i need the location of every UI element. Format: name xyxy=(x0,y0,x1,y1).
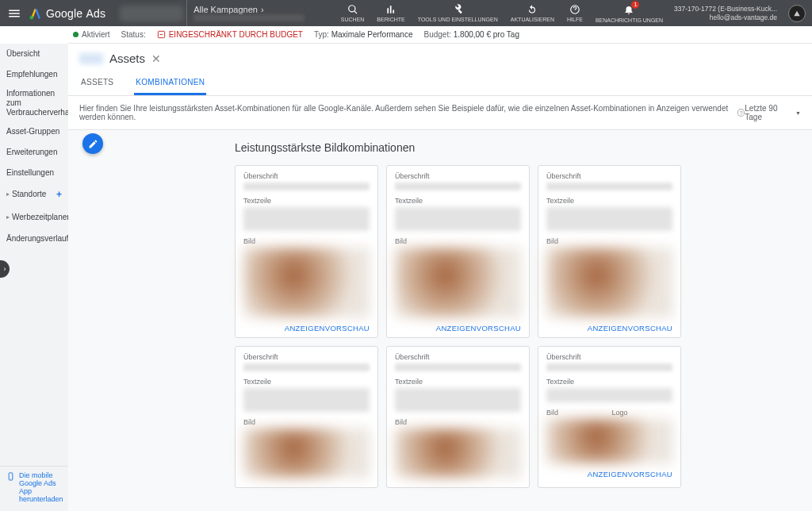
preview-button[interactable]: ANZEIGENVORSCHAU xyxy=(546,468,672,478)
status-active: Aktiviert xyxy=(73,30,110,39)
info-bar: Hier finden Sie Ihre leistungsstärksten … xyxy=(68,96,812,130)
pencil-icon xyxy=(88,139,98,149)
budget-group: Budget: 1.800,00 € pro Tag xyxy=(423,30,519,39)
nav-overview[interactable]: Übersicht xyxy=(0,44,68,64)
search-label: SUCHEN xyxy=(341,17,365,22)
preview-button[interactable]: ANZEIGENVORSCHAU xyxy=(546,322,672,332)
tools-settings-tool[interactable]: TOOLS UND EINSTELLUNGEN xyxy=(412,0,504,26)
chevron-down-icon: ▼ xyxy=(795,110,801,116)
blurred-text xyxy=(243,363,370,371)
fab-edit-button[interactable] xyxy=(82,133,103,154)
textline-label: Textzeile xyxy=(546,197,672,205)
blurred-text xyxy=(395,207,521,231)
section-title: Leistungsstärkste Bildkombinationen xyxy=(235,141,801,154)
warning-icon xyxy=(157,30,166,39)
svg-point-0 xyxy=(30,16,34,20)
nav-recommendations[interactable]: Empfehlungen xyxy=(0,64,68,85)
combo-card: Überschrift Textzeile Bild ANZEIGENVORSC… xyxy=(386,165,530,338)
phone-icon xyxy=(6,472,15,481)
nav-change-history[interactable]: Änderungsverlauf xyxy=(0,229,68,249)
account-email: hello@ads-vantage.de xyxy=(674,13,777,21)
mobile-app-promo[interactable]: Die mobile Google Ads App herunterladen xyxy=(0,466,68,511)
blurred-text xyxy=(243,388,370,412)
cards-grid: Überschrift Textzeile Bild ANZEIGENVORSC… xyxy=(235,165,801,488)
combo-card: Überschrift Textzeile Bild xyxy=(235,346,378,488)
image-label: Bild xyxy=(546,409,607,417)
blurred-image xyxy=(243,248,370,317)
plus-icon[interactable]: + xyxy=(56,189,62,200)
breadcrumb-label: Alle Kampagnen xyxy=(193,5,258,14)
blurred-text xyxy=(243,182,370,190)
type-group: Typ: Maximale Performance xyxy=(314,30,413,39)
refresh-tool[interactable]: AKTUALISIEREN xyxy=(504,0,561,26)
headline-label: Überschrift xyxy=(243,353,370,361)
brand-bold: Ads xyxy=(86,7,105,20)
blurred-text xyxy=(395,182,521,190)
nav-asset-groups[interactable]: Asset-Gruppen xyxy=(0,121,68,142)
nav-settings[interactable]: Einstellungen xyxy=(0,163,68,183)
logo-label: Logo xyxy=(612,409,673,417)
breadcrumb[interactable]: Alle Kampagnen › xyxy=(186,0,304,26)
image-label: Bild xyxy=(395,418,521,426)
page-header: Assets ✕ ASSETS KOMBINATIONEN xyxy=(68,44,812,96)
blurred-text xyxy=(395,363,521,371)
notifications-tool[interactable]: 1 BENACHRICHTIG UNGEN xyxy=(589,0,669,26)
budget-warning[interactable]: EINGESCHRÄNKT DURCH BUDGET xyxy=(157,30,303,39)
page-title: Assets xyxy=(109,52,145,65)
nav-consumer-insights[interactable]: Informationen zum Verbraucherverhalten xyxy=(0,85,68,121)
headline-label: Überschrift xyxy=(546,172,672,180)
blurred-text xyxy=(546,388,672,402)
blurred-text xyxy=(395,388,521,412)
chevron-right-icon: › xyxy=(261,5,264,14)
textline-label: Textzeile xyxy=(395,378,521,386)
reports-label: BERICHTE xyxy=(377,17,404,22)
reports-tool[interactable]: BERICHTE xyxy=(370,0,411,26)
blurred-text xyxy=(243,207,370,231)
nav-ad-schedule[interactable]: ▸Werbezeitplaner+ xyxy=(0,206,68,228)
account-id: 337-170-1772 (E-Business-Kuck... xyxy=(674,5,777,13)
tab-assets[interactable]: ASSETS xyxy=(79,71,115,95)
blurred-image xyxy=(546,248,672,317)
notif-label: BENACHRICHTIG UNGEN xyxy=(596,17,663,23)
close-icon[interactable]: ✕ xyxy=(151,52,161,65)
textline-label: Textzeile xyxy=(395,197,521,205)
blurred-image xyxy=(243,428,370,478)
combo-card: Überschrift Textzeile Bild ANZEIGENVORSC… xyxy=(538,165,681,338)
blurred-text xyxy=(546,207,672,231)
logo[interactable]: Google Ads xyxy=(29,6,120,21)
help-tool[interactable]: HILFE xyxy=(561,0,589,26)
image-label: Bild xyxy=(243,237,370,245)
blurred-text xyxy=(546,363,672,371)
help-label: HILFE xyxy=(567,17,583,22)
active-dot-icon xyxy=(73,32,79,37)
status-bar: Aktiviert Status: EINGESCHRÄNKT DURCH BU… xyxy=(0,26,812,44)
tabs: ASSETS KOMBINATIONEN xyxy=(79,71,801,95)
tab-combinations[interactable]: KOMBINATIONEN xyxy=(134,71,206,95)
image-label: Bild xyxy=(243,418,370,426)
textline-label: Textzeile xyxy=(546,378,672,386)
blurred-image xyxy=(395,248,521,317)
blurred-text xyxy=(546,182,672,190)
help-icon[interactable]: ? xyxy=(737,109,745,117)
preview-button[interactable]: ANZEIGENVORSCHAU xyxy=(243,322,370,332)
content-scroll: Leistungsstärkste Bildkombinationen Über… xyxy=(68,130,812,511)
info-text: Hier finden Sie Ihre leistungsstärksten … xyxy=(79,104,734,121)
nav-locations[interactable]: ▸Standorte+ xyxy=(0,183,68,206)
blurred-image xyxy=(546,419,672,463)
main-content: Assets ✕ ASSETS KOMBINATIONEN Hier finde… xyxy=(68,44,812,511)
textline-label: Textzeile xyxy=(243,378,370,386)
account-info[interactable]: 337-170-1772 (E-Business-Kuck... hello@a… xyxy=(669,5,782,21)
headline-label: Überschrift xyxy=(395,172,521,180)
blurred-image xyxy=(395,428,521,478)
avatar[interactable] xyxy=(788,5,806,22)
topbar: Google Ads Alle Kampagnen › SUCHEN BERIC… xyxy=(0,0,812,26)
hamburger-icon[interactable] xyxy=(0,6,29,21)
combo-card: Überschrift Textzeile Bild xyxy=(386,346,530,488)
headline-label: Überschrift xyxy=(546,353,672,361)
textline-label: Textzeile xyxy=(243,197,370,205)
image-label: Bild xyxy=(546,237,672,245)
search-tool[interactable]: SUCHEN xyxy=(335,0,371,26)
date-range-picker[interactable]: Letzte 90 Tage▼ xyxy=(745,104,801,121)
preview-button[interactable]: ANZEIGENVORSCHAU xyxy=(395,322,521,332)
nav-extensions[interactable]: Erweiterungen xyxy=(0,142,68,163)
